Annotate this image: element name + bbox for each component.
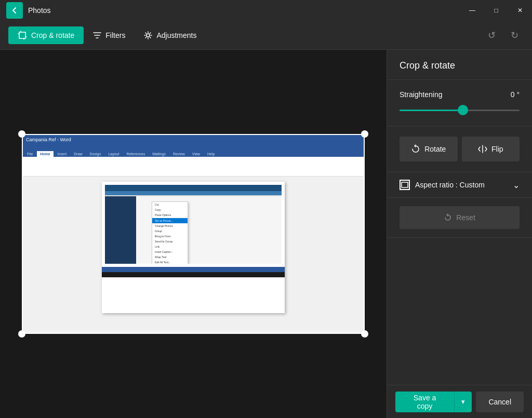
minimize-button[interactable]: — [460,0,484,21]
cancel-button[interactable]: Cancel [476,392,524,412]
aspect-ratio-row[interactable]: Aspect ratio : Custom ⌄ [387,172,532,198]
crop-container[interactable]: Campania Ref - Word File Home Insert Dra… [22,134,365,334]
panel-title: Crop & rotate [387,50,532,80]
adjustments-label: Adjustments [156,31,196,39]
save-dropdown-button[interactable]: ▾ [454,392,472,412]
slider-fill [400,110,463,111]
crop-handle-tr[interactable] [361,130,368,138]
crop-handle-tl[interactable] [18,130,25,138]
flip-label: Flip [491,145,503,153]
undo-button[interactable]: ↺ [482,26,501,45]
back-button[interactable] [6,2,23,19]
right-panel: Crop & rotate Straightening 0 ° [387,50,532,418]
aspect-ratio-label: Aspect ratio : Custom [415,181,485,189]
straightening-value: 0 ° [511,90,520,99]
straightening-label: Straightening [400,90,443,99]
straightening-slider[interactable] [400,105,520,115]
undo-redo-group: ↺ ↻ [482,26,524,45]
redo-button[interactable]: ↻ [505,26,524,45]
crop-rotate-label: Crop & rotate [31,31,74,39]
aspect-ratio-value: Custom [460,181,485,189]
svg-rect-0 [19,32,25,38]
chevron-down-icon: ⌄ [513,180,520,190]
maximize-button[interactable]: □ [484,0,508,21]
save-copy-button[interactable]: Save a copy [395,392,454,412]
reset-section: Reset [387,198,532,238]
crop-handle-br[interactable] [361,330,368,338]
filters-tab[interactable]: Filters [84,27,135,44]
aspect-ratio-left: Aspect ratio : Custom [400,180,485,190]
app-title: Photos [28,6,51,15]
slider-thumb[interactable] [458,105,468,115]
image-preview: Campania Ref - Word File Home Insert Dra… [22,134,365,334]
rotate-button[interactable]: Rotate [400,137,458,161]
reset-label: Reset [456,213,475,222]
straightening-section: Straightening 0 ° [387,80,532,126]
titlebar: Photos — □ ✕ [0,0,532,21]
slider-track [400,110,520,111]
window-controls: — □ ✕ [460,0,532,21]
svg-rect-2 [402,182,408,187]
rotate-label: Rotate [424,145,446,153]
svg-point-1 [147,34,150,37]
close-button[interactable]: ✕ [508,0,532,21]
canvas-area: Campania Ref - Word File Home Insert Dra… [0,50,387,418]
aspect-ratio-icon [400,180,410,190]
crop-handle-bl[interactable] [18,330,25,338]
toolbar: Crop & rotate Filters Adjustments ↺ ↻ [0,21,532,50]
bottom-action-bar: Save a copy ▾ Cancel [387,385,532,418]
filters-label: Filters [105,31,125,39]
dropdown-arrow-icon: ▾ [461,398,465,406]
main-area: Campania Ref - Word File Home Insert Dra… [0,50,532,418]
rotate-flip-section: Rotate Flip [387,126,532,172]
adjustments-tab[interactable]: Adjustments [135,27,206,44]
reset-button[interactable]: Reset [400,206,520,229]
crop-rotate-tab[interactable]: Crop & rotate [8,26,84,44]
flip-button[interactable]: Flip [462,137,520,161]
